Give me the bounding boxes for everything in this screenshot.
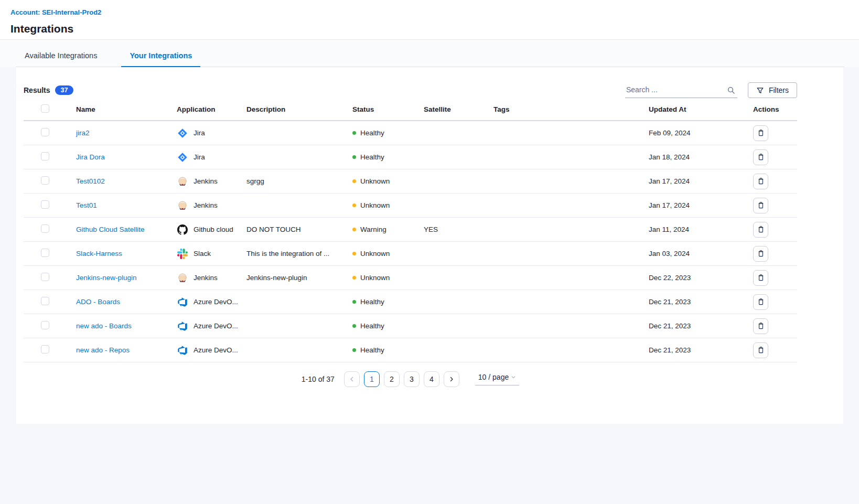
delete-button[interactable] xyxy=(753,294,768,310)
azure-devops-icon xyxy=(177,345,188,356)
updated-at-cell: Dec 21, 2023 xyxy=(649,346,753,354)
delete-button[interactable] xyxy=(753,270,768,286)
integration-name-link[interactable]: Github Cloud Satellite xyxy=(76,226,145,233)
row-checkbox[interactable] xyxy=(41,224,49,233)
filter-funnel-icon xyxy=(756,87,764,94)
column-header-tags: Tags xyxy=(493,105,649,113)
column-header-description: Description xyxy=(246,105,352,113)
satellite-cell: YES xyxy=(424,226,493,233)
column-header-updated-at: Updated At xyxy=(649,105,753,113)
integration-name-link[interactable]: Jira Dora xyxy=(76,153,105,161)
page-size-select[interactable]: 10 / page xyxy=(475,373,519,385)
row-checkbox[interactable] xyxy=(41,321,49,329)
integration-name-link[interactable]: Slack-Harness xyxy=(76,250,122,258)
application-label: Slack xyxy=(194,250,211,258)
row-checkbox[interactable] xyxy=(41,200,49,209)
delete-button[interactable] xyxy=(753,318,768,334)
trash-icon xyxy=(757,250,765,258)
trash-icon xyxy=(757,129,765,137)
azure-devops-icon xyxy=(177,320,188,332)
tab-bar: Available Integrations Your Integrations xyxy=(0,40,859,67)
jenkins-icon xyxy=(177,272,188,284)
account-link[interactable]: Account: SEI-Internal-Prod2 xyxy=(10,8,101,16)
application-label: Jira xyxy=(194,129,205,137)
table-row: Github Cloud Satellite Github cloud DO N… xyxy=(24,218,797,242)
page-button-3[interactable]: 3 xyxy=(404,371,420,387)
updated-at-cell: Dec 22, 2023 xyxy=(649,274,753,282)
delete-button[interactable] xyxy=(753,174,768,189)
application-label: Azure DevO... xyxy=(194,298,238,306)
status-label: Unknown xyxy=(360,250,390,258)
trash-icon xyxy=(757,298,765,306)
table-row: Test01 Jenkins Unknown Jan 17, 2024 xyxy=(24,194,797,218)
status-label: Healthy xyxy=(360,298,384,306)
row-checkbox[interactable] xyxy=(41,249,49,257)
row-checkbox[interactable] xyxy=(41,345,49,353)
filters-button[interactable]: Filters xyxy=(748,82,797,98)
integration-name-link[interactable]: new ado - Repos xyxy=(76,346,130,354)
row-checkbox[interactable] xyxy=(41,128,49,136)
delete-button[interactable] xyxy=(753,198,768,213)
status-dot xyxy=(352,348,356,352)
updated-at-cell: Jan 17, 2024 xyxy=(649,201,753,209)
previous-page-button[interactable] xyxy=(344,371,360,387)
column-header-status: Status xyxy=(352,105,424,113)
integration-name-link[interactable]: new ado - Boards xyxy=(76,322,132,330)
pagination-range-label: 1-10 of 37 xyxy=(302,375,335,383)
column-header-name: Name xyxy=(76,105,177,113)
integration-name-link[interactable]: ADO - Boards xyxy=(76,298,120,306)
integrations-panel: Results 37 Filters xyxy=(16,67,843,424)
status-label: Healthy xyxy=(360,153,384,161)
row-checkbox[interactable] xyxy=(41,152,49,160)
delete-button[interactable] xyxy=(753,125,768,141)
select-all-checkbox[interactable] xyxy=(41,104,49,113)
row-checkbox[interactable] xyxy=(41,176,49,185)
application-label: Azure DevO... xyxy=(194,346,238,354)
results-label: Results xyxy=(24,86,50,94)
page-button-1[interactable]: 1 xyxy=(364,371,380,387)
description-cell: sgrgg xyxy=(246,177,352,185)
description-cell: DO NOT TOUCH xyxy=(246,226,352,233)
status-dot xyxy=(352,203,356,207)
status-dot xyxy=(352,252,356,255)
search-input[interactable] xyxy=(625,83,737,98)
delete-button[interactable] xyxy=(753,342,768,358)
row-checkbox[interactable] xyxy=(41,273,49,281)
application-label: Github cloud xyxy=(194,226,233,233)
application-label: Jenkins xyxy=(194,201,218,209)
pagination: 1-10 of 37 1234 10 / page xyxy=(24,371,797,410)
application-label: Jenkins xyxy=(194,274,218,282)
status-dot xyxy=(352,179,356,183)
tab-available-integrations[interactable]: Available Integrations xyxy=(16,51,105,67)
delete-button[interactable] xyxy=(753,222,768,238)
status-dot xyxy=(352,228,356,231)
trash-icon xyxy=(757,346,765,354)
trash-icon xyxy=(757,153,765,161)
jira-icon xyxy=(177,127,188,139)
page-button-4[interactable]: 4 xyxy=(424,371,439,387)
integration-name-link[interactable]: Jenkins-new-plugin xyxy=(76,274,137,282)
application-label: Jenkins xyxy=(194,177,218,185)
description-cell: This is the integration of ... xyxy=(246,250,352,258)
next-page-button[interactable] xyxy=(444,371,459,387)
azure-devops-icon xyxy=(177,296,188,308)
integration-name-link[interactable]: Test0102 xyxy=(76,177,105,185)
integration-name-link[interactable]: jira2 xyxy=(76,129,90,137)
updated-at-cell: Feb 09, 2024 xyxy=(649,129,753,137)
row-checkbox[interactable] xyxy=(41,297,49,305)
column-header-satellite: Satellite xyxy=(424,105,493,113)
column-header-actions: Actions xyxy=(753,105,797,113)
status-dot xyxy=(352,155,356,159)
integration-name-link[interactable]: Test01 xyxy=(76,201,97,209)
jenkins-icon xyxy=(177,176,188,187)
search-box xyxy=(625,83,737,98)
integrations-table: Name Application Description Status Sate… xyxy=(24,98,797,362)
delete-button[interactable] xyxy=(753,246,768,262)
page-button-2[interactable]: 2 xyxy=(384,371,400,387)
status-label: Healthy xyxy=(360,346,384,354)
delete-button[interactable] xyxy=(753,149,768,165)
status-label: Warning xyxy=(360,226,386,233)
description-cell: Jenkins-new-plugin xyxy=(246,274,352,282)
tab-your-integrations[interactable]: Your Integrations xyxy=(121,51,200,67)
table-header-row: Name Application Description Status Sate… xyxy=(24,98,797,121)
